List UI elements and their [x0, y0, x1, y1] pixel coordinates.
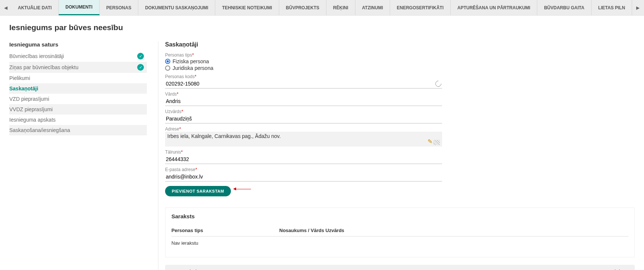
radio-icon	[165, 65, 170, 71]
input-talrunis[interactable]	[166, 156, 441, 162]
back-label: Atpakaļ	[178, 269, 197, 270]
tab-aptureshana[interactable]: APTURĒŠANA UN PĀRTRAUKUMI	[451, 0, 537, 15]
main-content: Saskaņotāji Personas tips* Fiziska perso…	[158, 41, 635, 270]
label-personas-tips: Personas tips*	[165, 52, 635, 58]
list-header: Personas tips Nosaukums / Vārds Uzvārds	[171, 225, 628, 237]
radio-fiziska-persona[interactable]: Fiziska persona	[165, 58, 635, 64]
tab-energosertifikati[interactable]: ENERGOSERTIFIKĀTI	[390, 0, 451, 15]
tabs-scroll-left[interactable]: ◀	[0, 0, 11, 15]
section-title: Saskaņotāji	[165, 41, 635, 48]
tab-buvdarbu-gaita[interactable]: BŪVDARBU GAITA	[537, 0, 591, 15]
sidebar-item-vvdz[interactable]: VVDZ pieprasījumi	[9, 104, 147, 115]
list-title: Saraksts	[171, 213, 628, 219]
list-col-nosaukums: Nosaukums / Vārds Uzvārds	[279, 228, 344, 233]
sidebar-item-vzd[interactable]: VZD pieprasījumi	[9, 94, 147, 104]
input-uzvards[interactable]	[166, 116, 441, 122]
radio-label: Juridiska persona	[173, 65, 213, 71]
list-col-personas-tips: Personas tips	[171, 228, 279, 233]
label-vards: Vārds*	[165, 91, 635, 97]
field-adrese: Irbes iela, Kalngale, Carnikavas pag., Ā…	[165, 132, 442, 147]
sidebar-item-label: Ziņas par būvniecības objektu	[9, 64, 78, 70]
check-icon: ✓	[137, 64, 144, 71]
sidebar-item-label: Saskaņošana/iesniegšana	[9, 127, 70, 133]
tab-dokumentu-saskanojumi[interactable]: DOKUMENTU SASKAŅOJUMI	[138, 0, 215, 15]
radio-label: Fiziska persona	[173, 58, 209, 64]
next-button[interactable]: Tālāk ▶	[608, 269, 627, 270]
resize-handle-icon[interactable]	[433, 140, 440, 145]
list-box: Saraksts Personas tips Nosaukums / Vārds…	[165, 208, 635, 257]
tab-buvprojekts[interactable]: BŪVPROJEKTS	[279, 0, 326, 15]
sidebar-item-label: VZD pieprasījumi	[9, 96, 49, 102]
sidebar-item-pielikumi[interactable]: Pielikumi	[9, 73, 147, 83]
radio-juridiska-persona[interactable]: Juridiska persona	[165, 65, 635, 71]
sidebar-item-ierosinataji[interactable]: Būvniecības ierosinātāji ✓	[9, 51, 147, 62]
check-icon: ✓	[137, 53, 144, 60]
sidebar-item-label: Iesnieguma apskats	[9, 117, 56, 123]
pencil-icon[interactable]: ✎	[428, 138, 432, 145]
tab-tehniskie-noteikumi[interactable]: TEHNISKIE NOTEIKUMI	[215, 0, 279, 15]
list-empty-text: Nav ierakstu	[171, 237, 628, 250]
sidebar-item-label: Saskaņotāji	[9, 86, 38, 91]
label-talrunis: Tālrunis*	[165, 150, 635, 155]
tab-aktualie-dati[interactable]: AKTUĀLIE DATI	[11, 0, 59, 15]
next-label: Tālāk	[608, 269, 622, 270]
annotation-arrow-icon	[233, 187, 251, 190]
tab-rekini[interactable]: RĒĶINI	[326, 0, 355, 15]
sidebar-item-label: Pielikumi	[9, 75, 30, 81]
label-adrese: Adrese*	[165, 126, 635, 132]
adrese-value: Irbes iela, Kalngale, Carnikavas pag., Ā…	[167, 133, 281, 139]
sidebar-item-iesniegsana[interactable]: Saskaņošana/iesniegšana	[9, 125, 147, 135]
top-tabbar: ◀ AKTUĀLIE DATI DOKUMENTI PERSONAS DOKUM…	[0, 0, 644, 16]
label-uzvards: Uzvārds*	[165, 109, 635, 114]
refresh-icon[interactable]	[434, 80, 442, 88]
tab-personas[interactable]: PERSONAS	[100, 0, 138, 15]
tab-atzinumi[interactable]: ATZINUMI	[355, 0, 390, 15]
tab-lietas-piln[interactable]: LIETAS PILN	[592, 0, 632, 15]
pager: ◀ Atpakaļ Tālāk ▶	[165, 265, 635, 270]
field-personas-kods	[165, 79, 442, 89]
page-title: Iesniegums par būves neesību	[9, 23, 635, 32]
sidebar-item-label: Būvniecības ierosinātāji	[9, 53, 64, 59]
label-epasts: E-pasta adrese*	[165, 167, 635, 172]
input-personas-kods[interactable]	[166, 81, 435, 87]
add-to-list-button[interactable]: PIEVIENOT SARAKSTAM	[165, 186, 231, 196]
input-vards[interactable]	[166, 98, 441, 104]
input-epasts[interactable]	[166, 174, 441, 180]
sidebar-item-saskanotaji[interactable]: Saskaņotāji	[9, 83, 147, 94]
sidebar-item-zinas-objektu[interactable]: Ziņas par būvniecības objektu ✓	[9, 62, 147, 73]
sidebar-title: Iesnieguma saturs	[9, 41, 147, 48]
radio-icon	[165, 59, 170, 64]
back-button[interactable]: ◀ Atpakaļ	[173, 269, 197, 270]
tabs-scroll-right[interactable]: ▶	[632, 0, 643, 15]
sidebar-item-label: VVDZ pieprasījumi	[9, 106, 53, 112]
label-personas-kods: Personas kods*	[165, 74, 635, 79]
sidebar: Iesnieguma saturs Būvniecības ierosinātā…	[9, 41, 147, 270]
sidebar-item-apskats[interactable]: Iesnieguma apskats	[9, 115, 147, 125]
tab-dokumenti[interactable]: DOKUMENTI	[59, 0, 100, 15]
